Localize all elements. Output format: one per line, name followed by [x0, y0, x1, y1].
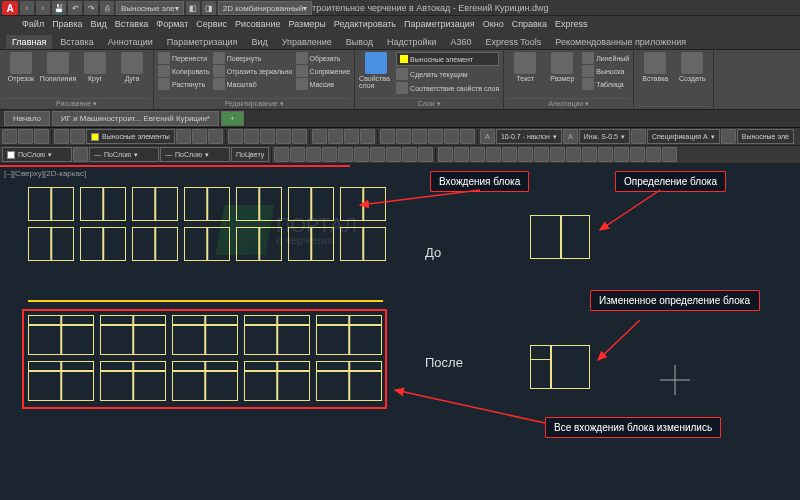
tb-icon[interactable]: A	[480, 129, 495, 144]
menu-insert[interactable]: Вставка	[115, 19, 148, 29]
tb-icon[interactable]	[396, 129, 411, 144]
tb-icon[interactable]	[721, 129, 736, 144]
menu-help[interactable]: Справка	[512, 19, 547, 29]
linear-button[interactable]: Линейный	[582, 52, 629, 64]
tb-icon[interactable]	[386, 147, 401, 162]
tb-layer-combo[interactable]: Выносные элементы	[86, 129, 175, 144]
stretch-button[interactable]: Растянуть	[158, 78, 210, 90]
new-icon[interactable]: ▫	[20, 1, 34, 15]
tb-icon[interactable]	[192, 129, 207, 144]
menu-dim[interactable]: Размеры	[288, 19, 325, 29]
tb-icon[interactable]	[338, 147, 353, 162]
text-button[interactable]: Текст	[508, 52, 542, 82]
menu-window[interactable]: Окно	[483, 19, 504, 29]
tab-output[interactable]: Вывод	[340, 35, 379, 49]
tb-icon[interactable]	[312, 129, 327, 144]
tb-icon[interactable]	[412, 129, 427, 144]
tb-icon[interactable]	[244, 129, 259, 144]
insert-button[interactable]: Вставка	[638, 52, 672, 82]
doc-tab-current[interactable]: ИГ и Машиностроит... Евгений Курицин*	[52, 111, 219, 126]
tb-icon[interactable]	[322, 147, 337, 162]
match-layer-button[interactable]: Соответствие свойств слоя	[396, 82, 499, 94]
tb-icon[interactable]: A	[563, 129, 578, 144]
save-icon[interactable]: 💾	[52, 1, 66, 15]
qat-ico-a[interactable]: ◧	[186, 1, 200, 15]
create-button[interactable]: Создать	[675, 52, 709, 82]
tb-icon[interactable]	[328, 129, 343, 144]
tb-icon[interactable]	[73, 147, 88, 162]
tb-icon[interactable]	[502, 147, 517, 162]
tb-icon[interactable]	[380, 129, 395, 144]
trim-button[interactable]: Обрезать	[296, 52, 351, 64]
tb-icon[interactable]	[34, 129, 49, 144]
tb-icon[interactable]	[176, 129, 191, 144]
tab-anno[interactable]: Аннотации	[102, 35, 159, 49]
layer-props-button[interactable]: Свойства слоя	[359, 52, 393, 89]
tb-icon[interactable]	[662, 147, 677, 162]
tb-icon[interactable]	[344, 129, 359, 144]
color-combo[interactable]: ПоСлою ▾	[2, 147, 72, 162]
tb-icon[interactable]	[631, 129, 646, 144]
open-icon[interactable]: ▫	[36, 1, 50, 15]
tb-icon[interactable]	[428, 129, 443, 144]
tb-icon[interactable]	[2, 129, 17, 144]
tb-icon[interactable]	[274, 147, 289, 162]
menu-param[interactable]: Параметризация	[404, 19, 475, 29]
panel-name-anno[interactable]: Аннотации ▾	[508, 98, 629, 108]
tb-icon[interactable]	[260, 129, 275, 144]
tb-icon[interactable]	[306, 147, 321, 162]
redo-icon[interactable]: ↷	[84, 1, 98, 15]
tb-tablestyle-combo[interactable]: Спецификация А ▾	[647, 129, 720, 144]
tb-icon[interactable]	[208, 129, 223, 144]
tb-icon[interactable]	[290, 147, 305, 162]
tab-insert[interactable]: Вставка	[54, 35, 99, 49]
tb-icon[interactable]	[646, 147, 661, 162]
fillet-button[interactable]: Сопряжение	[296, 65, 351, 77]
qat-layer-combo[interactable]: Выносные эле ▾	[116, 1, 184, 15]
tb-icon[interactable]	[354, 147, 369, 162]
rotate-button[interactable]: Повернуть	[213, 52, 293, 64]
menu-modify[interactable]: Редактировать	[334, 19, 396, 29]
table-button[interactable]: Таблица	[582, 78, 629, 90]
tab-manage[interactable]: Управление	[276, 35, 338, 49]
tb-textstyle-combo[interactable]: 10-0.7 - наклон ▾	[496, 129, 562, 144]
menu-file[interactable]: Файл	[22, 19, 44, 29]
tb-icon[interactable]	[276, 129, 291, 144]
qat-ico-b[interactable]: ◨	[202, 1, 216, 15]
tb-icon[interactable]	[292, 129, 307, 144]
tab-home[interactable]: Главная	[6, 35, 52, 49]
viewport-label[interactable]: [–][Сверху][2D-каркас]	[4, 169, 86, 178]
move-button[interactable]: Перенести	[158, 52, 210, 64]
tb-icon[interactable]	[438, 147, 453, 162]
tb-icon[interactable]	[402, 147, 417, 162]
plot-combo[interactable]: ПоЦвету	[231, 147, 269, 162]
qat-view-combo[interactable]: 2D комбинированный ▾	[218, 1, 312, 15]
copy-button[interactable]: Копировать	[158, 65, 210, 77]
tb-icon[interactable]	[518, 147, 533, 162]
menu-tools[interactable]: Сервис	[196, 19, 227, 29]
menu-view[interactable]: Вид	[91, 19, 107, 29]
dim-button[interactable]: Размер	[545, 52, 579, 82]
line-button[interactable]: Отрезок	[4, 52, 38, 82]
menu-edit[interactable]: Правка	[52, 19, 82, 29]
tb-icon[interactable]	[70, 129, 85, 144]
tb-icon[interactable]	[598, 147, 613, 162]
menu-draw[interactable]: Рисование	[235, 19, 280, 29]
tab-param[interactable]: Параметризация	[161, 35, 244, 49]
tb-icon[interactable]	[550, 147, 565, 162]
tb-icon[interactable]	[228, 129, 243, 144]
panel-name-layers[interactable]: Слои ▾	[359, 98, 499, 108]
drawing-canvas[interactable]: [–][Сверху][2D-каркас] ПОРТАЛо черчении …	[0, 165, 800, 500]
tab-a360[interactable]: A360	[444, 35, 477, 49]
doc-tab-start[interactable]: Начало	[4, 111, 50, 126]
circle-button[interactable]: Круг	[78, 52, 112, 82]
tb-icon[interactable]	[582, 147, 597, 162]
lt-combo[interactable]: —ПоСлою ▾	[160, 147, 230, 162]
tab-express[interactable]: Express Tools	[479, 35, 547, 49]
leader-button[interactable]: Выноска	[582, 65, 629, 77]
tb-dimstyle-combo[interactable]: Инж. S-0.5 ▾	[579, 129, 630, 144]
layer-combo[interactable]: Выносные элемент	[396, 52, 499, 66]
tb-icon[interactable]	[418, 147, 433, 162]
tb-icon[interactable]	[566, 147, 581, 162]
lw-combo[interactable]: —ПоСлою ▾	[89, 147, 159, 162]
